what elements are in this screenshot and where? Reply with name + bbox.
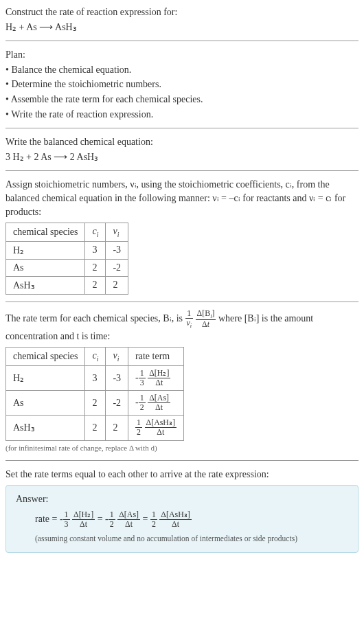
plan-item: • Write the rate of reaction expression. — [5, 108, 359, 122]
c-cell: 3 — [85, 241, 106, 259]
stoich-intro: Assign stoichiometric numbers, νᵢ, using… — [5, 178, 359, 218]
stoich-section: Assign stoichiometric numbers, νᵢ, using… — [5, 178, 359, 295]
table-row: H₂ 3 -3 — [6, 241, 128, 259]
divider — [5, 170, 359, 171]
answer-note: (assuming constant volume and no accumul… — [16, 533, 348, 544]
v-cell: -2 — [106, 391, 128, 416]
table-row: chemical species ci νi — [6, 223, 128, 242]
table-row: As 2 -2 — [6, 259, 128, 276]
rate-term-table: chemical species ci νi rate term H₂ 3 -3… — [5, 347, 184, 440]
col-header: νi — [106, 348, 128, 366]
species-cell: As — [6, 259, 85, 276]
table-row: AsH₃ 2 2 — [6, 276, 128, 294]
species-cell: AsH₃ — [6, 416, 85, 440]
answer-box: Answer: rate = -13 Δ[H₂]Δt = -12 Δ[As]Δt… — [5, 485, 359, 553]
v-cell: -3 — [106, 365, 128, 390]
c-cell: 2 — [85, 259, 106, 276]
col-header: ci — [85, 348, 106, 366]
unbalanced-equation: H₂ + As ⟶ AsH₃ — [5, 21, 359, 34]
plan-section: Plan: • Balance the chemical equation. •… — [5, 48, 359, 121]
stoich-table: chemical species ci νi H₂ 3 -3 As 2 -2 A… — [5, 223, 128, 295]
divider — [5, 128, 359, 128]
plan-item: • Assemble the rate term for each chemic… — [5, 93, 359, 106]
final-section: Set the rate terms equal to each other t… — [5, 468, 359, 553]
answer-equation: rate = -13 Δ[H₂]Δt = -12 Δ[As]Δt = 12 Δ[… — [16, 510, 348, 529]
species-cell: AsH₃ — [6, 276, 85, 294]
table-note: (for infinitesimal rate of change, repla… — [5, 443, 359, 453]
table-row: H₂ 3 -3 -13 Δ[H₂]Δt — [6, 365, 184, 390]
plan-item: • Balance the chemical equation. — [5, 63, 359, 77]
page-title: Construct the rate of reaction expressio… — [5, 5, 359, 19]
c-cell: 2 — [85, 276, 106, 294]
balanced-section: Write the balanced chemical equation: 3 … — [5, 135, 359, 163]
col-header: chemical species — [6, 223, 85, 242]
c-cell: 2 — [85, 391, 106, 416]
balanced-heading: Write the balanced chemical equation: — [5, 135, 359, 149]
answer-label: Answer: — [16, 492, 348, 506]
v-cell: 2 — [106, 276, 128, 294]
v-cell: -2 — [106, 259, 128, 276]
rate-term-cell: 12 Δ[AsH₃]Δt — [128, 416, 184, 440]
rate-term-section: The rate term for each chemical species,… — [5, 309, 359, 453]
rate-term-cell: -12 Δ[As]Δt — [128, 391, 184, 416]
col-header: ci — [85, 223, 106, 242]
balanced-equation: 3 H₂ + 2 As ⟶ 2 AsH₃ — [5, 150, 359, 164]
v-cell: 2 — [106, 416, 128, 440]
table-row: As 2 -2 -12 Δ[As]Δt — [6, 391, 184, 416]
col-header: νi — [106, 223, 128, 242]
divider — [5, 460, 359, 461]
rate-term-intro: The rate term for each chemical species,… — [5, 309, 359, 343]
plan-heading: Plan: — [5, 48, 359, 62]
divider — [5, 302, 359, 302]
c-cell: 2 — [85, 416, 106, 440]
col-header: chemical species — [6, 348, 85, 366]
table-row: chemical species ci νi rate term — [6, 348, 184, 366]
table-row: AsH₃ 2 2 12 Δ[AsH₃]Δt — [6, 416, 184, 440]
final-heading: Set the rate terms equal to each other t… — [5, 468, 359, 481]
v-cell: -3 — [106, 241, 128, 259]
c-cell: 3 — [85, 365, 106, 390]
species-cell: H₂ — [6, 365, 85, 390]
rate-term-cell: -13 Δ[H₂]Δt — [128, 365, 184, 390]
rate-term-formula: 1νi Δ[Bi]Δt — [185, 313, 218, 323]
species-cell: H₂ — [6, 241, 85, 259]
plan-item: • Determine the stoichiometric numbers. — [5, 78, 359, 91]
species-cell: As — [6, 391, 85, 416]
col-header: rate term — [128, 348, 184, 366]
divider — [5, 41, 359, 41]
intro-section: Construct the rate of reaction expressio… — [5, 5, 359, 34]
